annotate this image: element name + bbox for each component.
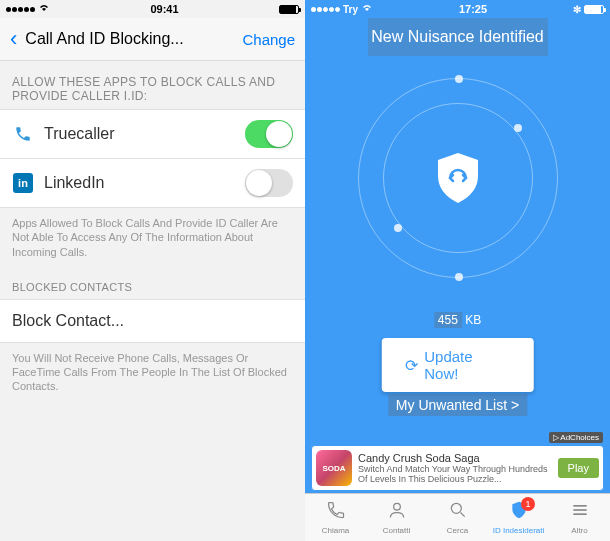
svg-line-2 — [460, 513, 464, 517]
nav-header: ‹ Call And ID Blocking... Change — [0, 18, 305, 61]
toggle-linkedin[interactable] — [245, 169, 293, 197]
refresh-icon: ⟳ — [405, 356, 418, 375]
svg-point-0 — [393, 503, 400, 510]
app-row-truecaller[interactable]: Truecaller — [0, 109, 305, 159]
badge: 1 — [521, 497, 535, 511]
ad-play-button[interactable]: Play — [558, 458, 599, 478]
ad-banner[interactable]: ▷ AdChoices SODA Candy Crush Soda Saga S… — [311, 445, 604, 491]
footer-text-apps: Apps Allowed To Block Calls And Provide … — [0, 208, 305, 267]
nav-change-button[interactable]: Change — [242, 31, 295, 48]
status-time: 17:25 — [459, 3, 487, 15]
person-icon — [387, 500, 407, 525]
battery-icon — [279, 5, 299, 14]
tab-altro[interactable]: Altro — [549, 494, 610, 541]
app-label: LinkedIn — [44, 174, 245, 192]
header-title: New Nuisance Identified — [368, 18, 548, 56]
nav-title: Call And ID Blocking... — [25, 30, 242, 48]
app-label: Truecaller — [44, 125, 245, 143]
ad-text: Candy Crush Soda Saga Switch And Match Y… — [358, 452, 552, 484]
status-time: 09:41 — [150, 3, 178, 15]
wifi-icon — [361, 3, 373, 15]
update-now-button[interactable]: ⟳ Update Now! — [381, 338, 534, 392]
section-header-allow: ALLOW THESE APPS TO BLOCK CALLS AND PROV… — [0, 61, 305, 109]
section-header-blocked: BLOCKED CONTACTS — [0, 267, 305, 299]
battery-icon — [584, 5, 604, 14]
unwanted-list-link[interactable]: My Unwanted List > — [388, 394, 527, 416]
block-contact-row[interactable]: Block Contact... — [0, 299, 305, 343]
menu-icon — [570, 500, 590, 525]
carrier-label: Try — [343, 4, 358, 15]
phone-icon — [12, 123, 34, 145]
signal-icon — [6, 7, 35, 12]
status-bar-left: 09:41 — [0, 0, 305, 18]
adchoices-label[interactable]: ▷ AdChoices — [549, 432, 603, 443]
tab-contatti[interactable]: Contatti — [366, 494, 427, 541]
shield-orbit-graphic — [358, 78, 558, 278]
search-icon — [448, 500, 468, 525]
shield-icon — [428, 148, 488, 208]
footer-text-blocked: You Will Not Receive Phone Calls, Messag… — [0, 343, 305, 402]
svg-point-1 — [451, 503, 461, 513]
kb-size: 455 KB — [434, 313, 481, 327]
tab-indesiderati[interactable]: 1 ID Indesiderati — [488, 494, 549, 541]
tab-chiama[interactable]: Chiama — [305, 494, 366, 541]
block-contact-label: Block Contact... — [12, 312, 293, 330]
signal-icon — [311, 7, 340, 12]
tab-cerca[interactable]: Cerca — [427, 494, 488, 541]
bluetooth-icon: ✻ — [573, 4, 581, 15]
linkedin-icon: in — [12, 172, 34, 194]
app-row-linkedin[interactable]: in LinkedIn — [0, 159, 305, 208]
phone-icon — [326, 500, 346, 525]
back-chevron-icon[interactable]: ‹ — [10, 26, 17, 52]
ad-app-icon: SODA — [316, 450, 352, 486]
status-bar-right: Try 17:25 ✻ — [305, 0, 610, 18]
wifi-icon — [38, 3, 50, 15]
tab-bar: Chiama Contatti Cerca 1 ID Indesiderati — [305, 493, 610, 541]
toggle-truecaller[interactable] — [245, 120, 293, 148]
